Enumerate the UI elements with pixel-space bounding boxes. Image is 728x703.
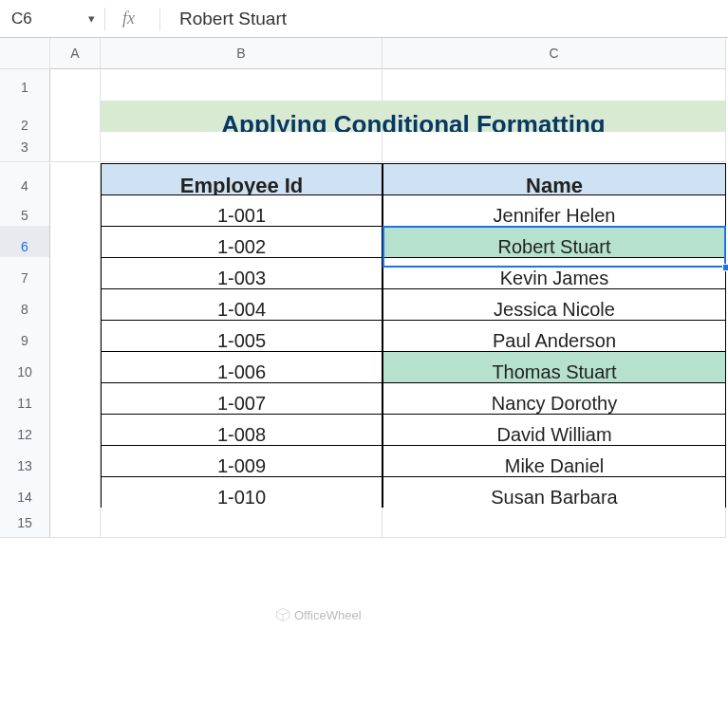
row-header-15[interactable]: 15 bbox=[0, 508, 50, 538]
formula-input[interactable] bbox=[168, 0, 728, 37]
fx-icon: fx bbox=[104, 8, 152, 30]
chevron-down-icon[interactable]: ▾ bbox=[88, 11, 95, 26]
cell-3-B[interactable] bbox=[101, 132, 383, 162]
cell-15-B[interactable] bbox=[101, 508, 383, 538]
cell-15-A[interactable] bbox=[50, 508, 101, 538]
column-header-C[interactable]: C bbox=[383, 38, 726, 69]
column-header-B[interactable]: B bbox=[101, 38, 383, 69]
divider bbox=[159, 8, 160, 30]
cell-3-C[interactable] bbox=[383, 132, 726, 162]
formula-bar: C6 ▾ fx bbox=[0, 0, 728, 38]
spreadsheet-grid[interactable]: ABC12Applying Conditional Formatting34Em… bbox=[0, 38, 728, 539]
name-box-value: C6 bbox=[11, 9, 32, 28]
cell-3-A[interactable] bbox=[50, 132, 101, 162]
row-header-3[interactable]: 3 bbox=[0, 132, 50, 162]
svg-marker-0 bbox=[276, 608, 289, 620]
watermark: OfficeWheel bbox=[275, 607, 362, 622]
column-header-A[interactable]: A bbox=[50, 38, 101, 69]
select-all-corner[interactable] bbox=[0, 38, 50, 69]
fill-handle[interactable] bbox=[722, 264, 728, 271]
cell-15-C[interactable] bbox=[383, 508, 726, 538]
watermark-text: OfficeWheel bbox=[294, 608, 362, 622]
name-box[interactable]: C6 ▾ bbox=[0, 0, 104, 37]
